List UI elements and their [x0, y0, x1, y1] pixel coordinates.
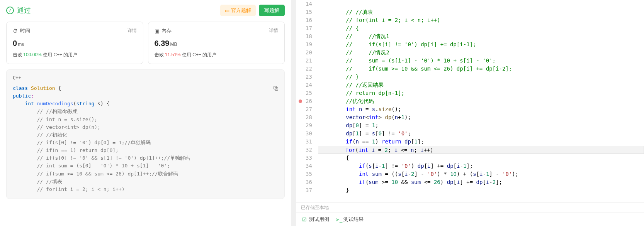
memory-value: 6.39MB	[155, 39, 279, 48]
memory-detail-link[interactable]: 详情	[269, 27, 278, 34]
memory-beat-suffix: 使用 C++ 的用户	[182, 52, 216, 57]
time-beat-suffix: 使用 C++ 的用户	[43, 52, 77, 57]
line-number[interactable]: 30	[306, 130, 312, 138]
line-number[interactable]: 23	[306, 73, 312, 81]
code-line[interactable]: vector<int> dp(n+1);	[318, 113, 644, 121]
line-number[interactable]: 27	[306, 105, 312, 113]
line-number[interactable]: 14	[306, 0, 312, 8]
save-status: 已存储至本地	[296, 202, 644, 213]
time-beat-pct: 100.00%	[23, 52, 41, 57]
line-number[interactable]: 28	[306, 113, 312, 121]
code-line[interactable]: // if(s[i] != '0') dp[i] += dp[i-1];	[318, 40, 644, 49]
submitted-code[interactable]: class Solution {public: int numDecodings…	[13, 84, 278, 193]
code-line[interactable]: }	[318, 186, 644, 194]
editor-panel: 1415161718192021222324252627282930313233…	[296, 0, 644, 226]
code-line[interactable]: //优化代码	[318, 97, 644, 105]
code-line[interactable]: dp[1] = s[0] != '0';	[318, 130, 644, 138]
time-beat: 击败 100.00% 使用 C++ 的用户	[13, 52, 137, 58]
code-line[interactable]: // for(int i = 2; i < n; i++)	[318, 16, 644, 24]
code-language: C++	[13, 75, 278, 81]
time-num: 0	[13, 39, 17, 47]
book-icon: ▭	[225, 8, 229, 13]
code-area[interactable]: // //填表 // for(int i = 2; i < n; i++) //…	[318, 0, 644, 202]
tab-testcase-label: 测试用例	[309, 216, 329, 223]
time-value: 0ms	[13, 39, 137, 48]
tab-result[interactable]: ≻_ 测试结果	[336, 216, 364, 223]
time-label: 时间	[20, 27, 30, 34]
mem-num: 6.39	[155, 39, 170, 47]
code-line[interactable]: if(n == 1) return dp[1];	[318, 138, 644, 146]
official-solution-button[interactable]: ▭ 官方题解	[220, 5, 256, 16]
line-gutter[interactable]: 1415161718192021222324252627282930313233…	[296, 0, 318, 202]
stats-row: ⏱ 时间 详情 0ms 击败 100.00% 使用 C++ 的用户 ▣ 内存 详…	[6, 22, 285, 64]
check-square-icon: ☑	[302, 217, 307, 222]
action-buttons: ▭ 官方题解 写题解	[220, 5, 285, 16]
status-text: 通过	[17, 6, 31, 15]
code-line[interactable]: if(sum >= 10 && sum <= 26) dp[i] += dp[i…	[318, 178, 644, 186]
line-number[interactable]: 24	[306, 81, 312, 89]
code-line[interactable]: // sum = (s[i-1] - '0') * 10 + s[i] - '0…	[318, 57, 644, 65]
time-unit: ms	[18, 42, 24, 47]
line-number[interactable]: 21	[306, 57, 312, 65]
status-row: ✓ 通过 ▭ 官方题解 写题解	[6, 5, 285, 16]
code-line[interactable]: // //填表	[318, 8, 644, 16]
line-number[interactable]: 32	[306, 146, 312, 154]
code-line[interactable]: // return dp[n-1];	[318, 89, 644, 97]
line-number[interactable]: 19	[306, 40, 312, 49]
mem-unit: MB	[170, 42, 177, 47]
write-solution-button[interactable]: 写题解	[259, 5, 285, 16]
submitted-code-block: C++ class Solution {public: int numDecod…	[6, 69, 285, 199]
time-detail-link[interactable]: 详情	[127, 27, 137, 34]
official-label: 官方题解	[231, 7, 251, 14]
code-line[interactable]: // {	[318, 24, 644, 32]
code-line[interactable]: dp[0] = 1;	[318, 121, 644, 130]
beat-label: 击败	[13, 52, 22, 57]
bottom-tabs: ☑ 测试用例 ≻_ 测试结果	[296, 213, 644, 226]
code-line[interactable]: // }	[318, 73, 644, 81]
line-number[interactable]: 16	[306, 16, 312, 24]
line-number[interactable]: 26	[306, 97, 312, 105]
tab-testcase[interactable]: ☑ 测试用例	[302, 216, 329, 223]
terminal-icon: ≻_	[336, 217, 342, 222]
time-card[interactable]: ⏱ 时间 详情 0ms 击败 100.00% 使用 C++ 的用户	[6, 22, 143, 64]
memory-header: ▣ 内存	[155, 27, 279, 34]
line-number[interactable]: 22	[306, 65, 312, 73]
code-line[interactable]: // //情况1	[318, 32, 644, 40]
line-number[interactable]: 15	[306, 8, 312, 16]
memory-card[interactable]: ▣ 内存 详情 6.39MB 击败 11.51% 使用 C++ 的用户	[148, 22, 285, 64]
pass-status: ✓ 通过	[6, 6, 31, 15]
code-line[interactable]: // if(sum >= 10 && sum <= 26) dp[i] += d…	[318, 65, 644, 73]
beat-label: 击败	[155, 52, 164, 57]
tab-result-label: 测试结果	[343, 216, 364, 223]
line-number[interactable]: 31	[306, 138, 312, 146]
code-line[interactable]: if(s[i-1] != '0') dp[i] += dp[i-1];	[318, 162, 644, 170]
line-number[interactable]: 17	[306, 24, 312, 32]
result-panel: ✓ 通过 ▭ 官方题解 写题解 ⏱ 时间 详情 0ms 击败 100.00% 使…	[0, 0, 291, 226]
line-number[interactable]: 29	[306, 121, 312, 130]
code-editor[interactable]: 1415161718192021222324252627282930313233…	[296, 0, 644, 202]
code-line[interactable]: int n = s.size();	[318, 105, 644, 113]
line-number[interactable]: 20	[306, 49, 312, 57]
panel-divider[interactable]	[291, 0, 296, 226]
line-number[interactable]: 33	[306, 154, 312, 162]
chip-icon: ▣	[155, 28, 159, 34]
line-number[interactable]: 35	[306, 170, 312, 178]
check-circle-icon: ✓	[6, 7, 14, 14]
memory-beat-pct: 11.51%	[165, 52, 181, 57]
code-line[interactable]: for(int i = 2; i <= n; i++)	[318, 146, 644, 154]
line-number[interactable]: 34	[306, 162, 312, 170]
clock-icon: ⏱	[13, 28, 18, 34]
line-number[interactable]: 36	[306, 178, 312, 186]
memory-beat: 击败 11.51% 使用 C++ 的用户	[155, 52, 279, 58]
line-number[interactable]: 25	[306, 89, 312, 97]
time-header: ⏱ 时间	[13, 27, 137, 34]
code-line[interactable]: int sum = ((s[i-2] - '0') * 10) + (s[i-1…	[318, 170, 644, 178]
code-line[interactable]: // //情况2	[318, 49, 644, 57]
line-number[interactable]: 18	[306, 32, 312, 40]
code-line[interactable]	[318, 0, 644, 8]
memory-label: 内存	[161, 27, 172, 34]
code-line[interactable]: // //返回结果	[318, 81, 644, 89]
line-number[interactable]: 37	[306, 186, 312, 194]
copy-icon[interactable]	[273, 85, 279, 93]
code-line[interactable]: {	[318, 154, 644, 162]
